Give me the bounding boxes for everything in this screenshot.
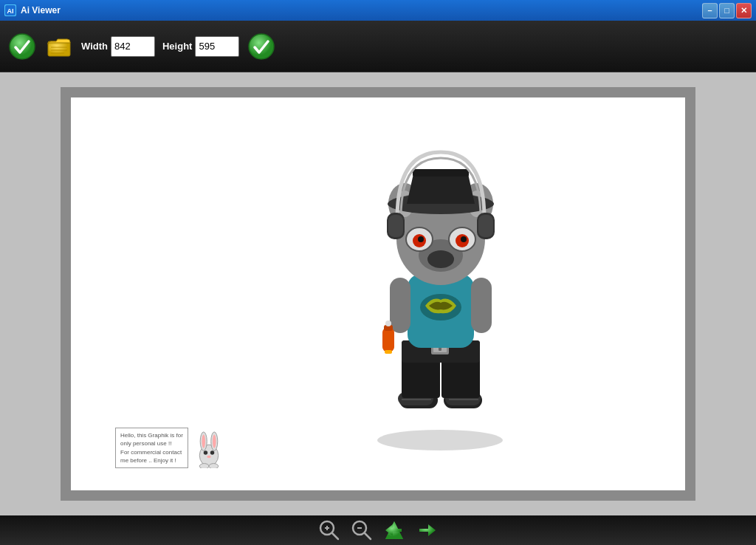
height-input[interactable]	[195, 36, 239, 57]
svg-rect-27	[390, 278, 410, 333]
canvas-inner: Hello, this Graphik is for only personal…	[71, 97, 685, 490]
window-title: Ai Viewer	[21, 5, 61, 16]
svg-rect-30	[385, 350, 392, 354]
svg-point-8	[377, 430, 503, 450]
maximize-button[interactable]: □	[719, 3, 735, 18]
open-button[interactable]	[44, 32, 74, 61]
character	[337, 130, 543, 458]
svg-point-61	[199, 464, 209, 468]
svg-point-7	[249, 34, 274, 59]
svg-line-69	[365, 533, 371, 539]
bottom-bar	[0, 515, 756, 545]
svg-point-2	[10, 34, 35, 59]
watermark: Hello, this Graphik is for only personal…	[115, 428, 224, 468]
svg-point-36	[427, 250, 454, 268]
close-button[interactable]: ✕	[736, 3, 752, 18]
zoom-in-button[interactable]	[317, 518, 341, 542]
svg-rect-52	[478, 215, 493, 237]
svg-marker-73	[419, 524, 436, 536]
svg-text:AI: AI	[7, 7, 14, 15]
svg-rect-48	[413, 169, 469, 176]
new-button[interactable]	[7, 32, 37, 61]
svg-point-57	[213, 435, 216, 448]
svg-point-42	[461, 236, 467, 242]
svg-rect-50	[388, 215, 403, 237]
svg-point-62	[209, 464, 219, 468]
svg-rect-32	[471, 278, 492, 333]
svg-point-41	[418, 236, 424, 242]
svg-point-31	[385, 321, 391, 326]
svg-point-60	[207, 456, 210, 459]
width-field: Width	[81, 36, 155, 57]
watermark-logo	[194, 431, 224, 468]
svg-point-59	[210, 450, 214, 454]
svg-rect-3	[48, 41, 70, 56]
toolbar: Width Height	[0, 21, 756, 72]
watermark-text: Hello, this Graphik is for only personal…	[115, 428, 188, 468]
svg-point-58	[204, 450, 207, 454]
title-bar: AI Ai Viewer – □ ✕	[0, 0, 756, 21]
width-label: Width	[81, 41, 108, 52]
app-icon: AI	[4, 4, 16, 16]
minimize-button[interactable]: –	[702, 3, 718, 18]
zoom-out-button[interactable]	[350, 518, 374, 542]
window-controls: – □ ✕	[702, 3, 752, 18]
height-label: Height	[162, 41, 192, 52]
svg-rect-28	[382, 328, 394, 352]
pan-right-button[interactable]	[415, 518, 439, 542]
canvas-frame: Hello, this Graphik is for only personal…	[61, 87, 695, 501]
svg-point-55	[202, 435, 205, 448]
height-field: Height	[162, 36, 239, 57]
confirm-button[interactable]	[247, 32, 276, 61]
main-content: Hello, this Graphik is for only personal…	[0, 72, 756, 515]
width-input[interactable]	[111, 36, 155, 57]
svg-line-66	[332, 533, 338, 539]
pan-left-button[interactable]	[382, 518, 406, 542]
